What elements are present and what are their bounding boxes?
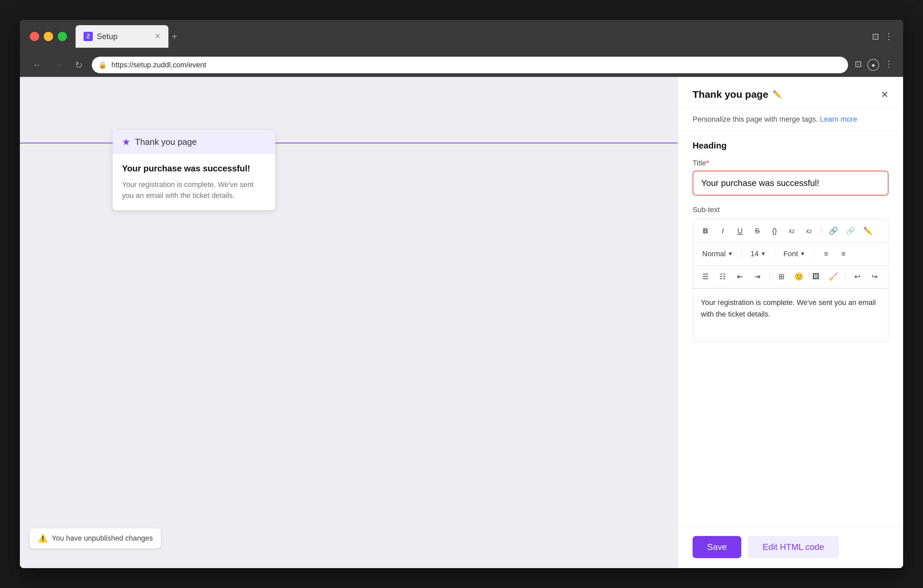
toolbar-separator-5 — [769, 272, 770, 281]
card-body-text: Your registration is complete. We've sen… — [122, 179, 266, 201]
tab-title: Setup — [97, 32, 118, 41]
editor-toolbar: B I U S {} x2 x2 🔗 🔗 ✏️ — [693, 219, 889, 342]
right-panel: Thank you page ✏️ ✕ Personalize this pag… — [678, 77, 903, 568]
editor-content-area[interactable]: Your registration is complete. We've sen… — [693, 288, 888, 342]
font-size-chevron: ▼ — [760, 251, 766, 257]
security-icon: 🔒 — [99, 61, 107, 69]
align-left-button[interactable]: ≡ — [819, 246, 833, 261]
tab-favicon: Z — [84, 32, 93, 41]
fullscreen-window-button[interactable] — [57, 32, 67, 41]
title-field-label: Title* — [693, 159, 889, 168]
paragraph-style-dropdown[interactable]: Normal ▼ — [698, 248, 737, 260]
paragraph-style-chevron: ▼ — [728, 251, 733, 257]
redo-button[interactable]: ↪ — [867, 269, 882, 284]
more-options-icon[interactable]: ⋮ — [885, 31, 893, 42]
minimize-window-button[interactable] — [44, 32, 53, 41]
table-button[interactable]: ⊞ — [774, 269, 789, 284]
card-body-title: Your purchase was successful! — [122, 163, 266, 174]
edit-html-button[interactable]: Edit HTML code — [748, 536, 838, 558]
heading-section-label: Heading — [693, 141, 889, 151]
outdent-button[interactable]: ⇤ — [733, 269, 747, 284]
card-header: ★ Thank you page — [113, 130, 275, 154]
font-family-chevron: ▼ — [800, 251, 805, 257]
tab-bar: Z Setup ✕ + — [76, 25, 867, 48]
required-indicator: * — [706, 159, 709, 167]
align-justify-button[interactable]: ≡ — [836, 246, 851, 261]
toolbar-row-2: Normal ▼ 14 ▼ Font ▼ — [693, 243, 888, 266]
toolbar-separator-6 — [845, 272, 846, 281]
cast-icon: ⊡ — [872, 31, 879, 42]
unpublished-changes-text: You have unpublished changes — [52, 534, 153, 543]
card-body: Your purchase was successful! Your regis… — [113, 154, 275, 210]
unlink-button[interactable]: 🔗 — [843, 224, 858, 238]
profile-icon[interactable]: ● — [867, 59, 879, 71]
strikethrough-button[interactable]: S — [750, 224, 765, 238]
browser-titlebar: Z Setup ✕ + ⊡ ⋮ — [20, 20, 903, 53]
url-text: https://setup.zuddl.com/event — [112, 61, 206, 69]
browser-action-buttons: ⊡ ⋮ — [872, 31, 893, 42]
image-button[interactable]: 🖼 — [809, 269, 823, 284]
title-input[interactable] — [701, 178, 880, 188]
canvas-area: ★ Thank you page Your purchase was succe… — [20, 77, 678, 568]
star-icon: ★ — [122, 136, 130, 148]
reload-button[interactable]: ↻ — [72, 57, 85, 73]
clear-format-button[interactable]: 🧹 — [826, 269, 841, 284]
reader-mode-icon[interactable]: ⊡ — [855, 59, 862, 71]
save-button[interactable]: Save — [693, 536, 741, 558]
font-family-dropdown[interactable]: Font ▼ — [779, 248, 809, 260]
close-panel-button[interactable]: ✕ — [881, 89, 889, 100]
toolbar-row-1: B I U S {} x2 x2 🔗 🔗 ✏️ — [693, 220, 888, 243]
font-size-label: 14 — [751, 250, 759, 258]
browser-controls: ← → ↻ 🔒 https://setup.zuddl.com/event ⊡ … — [20, 53, 903, 77]
editor-text[interactable]: Your registration is complete. We've sen… — [701, 297, 880, 320]
superscript-button[interactable]: x2 — [784, 224, 799, 238]
edit-title-icon[interactable]: ✏️ — [773, 90, 782, 99]
color-picker-button[interactable]: ✏️ — [861, 224, 875, 238]
undo-button[interactable]: ↩ — [850, 269, 865, 284]
emoji-button[interactable]: 🙂 — [792, 269, 806, 284]
indent-button[interactable]: ⇥ — [750, 269, 765, 284]
panel-body: Heading Title* Sub-text B I U S {} — [678, 131, 903, 526]
underline-button[interactable]: U — [733, 224, 747, 238]
thank-you-page-card: ★ Thank you page Your purchase was succe… — [113, 130, 275, 210]
subscript-button[interactable]: x2 — [801, 224, 816, 238]
browser-tab-setup[interactable]: Z Setup ✕ — [76, 25, 168, 48]
address-bar[interactable]: 🔒 https://setup.zuddl.com/event — [92, 57, 848, 73]
panel-title-text: Thank you page — [693, 89, 768, 100]
back-button[interactable]: ← — [30, 57, 44, 73]
traffic-lights — [30, 32, 67, 41]
menu-icon[interactable]: ⋮ — [885, 59, 893, 71]
panel-title: Thank you page ✏️ — [693, 89, 782, 100]
panel-subtitle: Personalize this page with merge tags. — [693, 115, 818, 123]
warning-icon: ⚠️ — [38, 534, 48, 543]
title-input-wrapper — [693, 171, 889, 195]
card-header-title: Thank you page — [135, 137, 197, 147]
sub-text-label: Sub-text — [693, 205, 889, 214]
font-size-dropdown[interactable]: 14 ▼ — [747, 248, 770, 260]
paragraph-style-label: Normal — [702, 250, 726, 258]
tab-close-button[interactable]: ✕ — [154, 32, 161, 41]
italic-button[interactable]: I — [716, 224, 730, 238]
panel-subheader: Personalize this page with merge tags. L… — [678, 108, 903, 131]
ordered-list-button[interactable]: ☷ — [716, 269, 730, 284]
toolbar-separator-4 — [814, 249, 814, 258]
close-window-button[interactable] — [30, 32, 39, 41]
link-button[interactable]: 🔗 — [826, 224, 841, 238]
forward-button[interactable]: → — [51, 57, 66, 73]
code-button[interactable]: {} — [767, 224, 782, 238]
font-family-label: Font — [783, 250, 798, 258]
toolbar-separator-2 — [742, 249, 742, 258]
learn-more-link[interactable]: Learn more — [820, 115, 857, 123]
bold-button[interactable]: B — [698, 224, 713, 238]
toolbar-row-3: ☰ ☷ ⇤ ⇥ ⊞ 🙂 🖼 🧹 ↩ ↪ — [693, 266, 888, 288]
new-tab-button[interactable]: + — [172, 31, 177, 42]
panel-header: Thank you page ✏️ ✕ — [678, 77, 903, 108]
unordered-list-button[interactable]: ☰ — [698, 269, 713, 284]
panel-actions: Save Edit HTML code — [678, 526, 903, 568]
main-content: ★ Thank you page Your purchase was succe… — [20, 77, 903, 568]
unpublished-changes-banner: ⚠️ You have unpublished changes — [30, 528, 161, 548]
